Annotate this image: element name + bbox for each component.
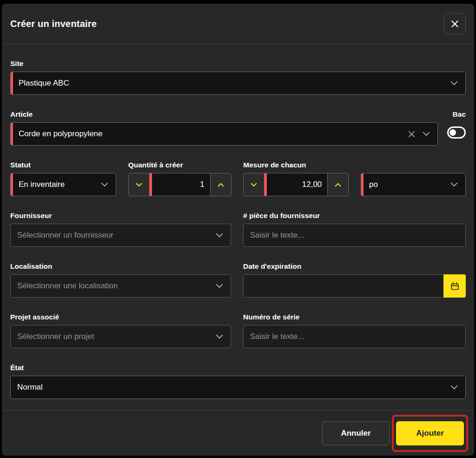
- supplier-placeholder: Sélectionner un fournisseur: [11, 231, 216, 240]
- unit-label: [361, 160, 466, 170]
- chevron-down-icon: [423, 132, 430, 136]
- required-indicator: [11, 72, 13, 94]
- condition-label: État: [10, 363, 466, 372]
- required-indicator: [11, 123, 13, 145]
- annotation-highlight: Ajouter: [392, 415, 468, 452]
- measure-stepper: [243, 173, 349, 196]
- quantity-input[interactable]: [152, 173, 211, 196]
- article-combobox[interactable]: Corde en polypropylene: [10, 122, 438, 146]
- create-inventory-dialog: Créer un inventaire Site Plastique ABC A…: [2, 4, 474, 456]
- unit-value: po: [361, 180, 450, 189]
- quantity-stepper: [128, 173, 231, 196]
- condition-select[interactable]: Normal: [10, 376, 466, 399]
- location-label: Localisation: [10, 262, 231, 271]
- bac-label: Bac: [453, 110, 466, 119]
- chevron-up-icon: [218, 183, 224, 187]
- measure-label: Mesure de chacun: [243, 160, 349, 170]
- dialog-header: Créer un inventaire: [2, 4, 474, 44]
- dialog-title: Créer un inventaire: [10, 19, 97, 29]
- site-label: Site: [10, 59, 466, 68]
- article-label: Article: [10, 110, 438, 119]
- required-indicator: [11, 173, 13, 196]
- statut-label: Statut: [10, 160, 116, 170]
- expiration-date-field: [243, 274, 466, 298]
- chevron-down-icon: [450, 182, 458, 187]
- location-select[interactable]: Sélectionner une localisation: [10, 274, 231, 298]
- serial-number-label: Numéro de série: [243, 312, 466, 322]
- unit-select[interactable]: po: [361, 173, 466, 196]
- calendar-button[interactable]: [443, 274, 466, 298]
- close-button[interactable]: [443, 13, 466, 34]
- bac-toggle[interactable]: [447, 126, 466, 139]
- project-label: Projet associé: [10, 312, 231, 322]
- project-select[interactable]: Sélectionner un projet: [10, 325, 231, 348]
- supplier-select[interactable]: Sélectionner un fournisseur: [10, 224, 231, 247]
- close-icon: [451, 20, 459, 28]
- chevron-up-icon: [335, 183, 341, 187]
- measure-input[interactable]: [267, 173, 328, 196]
- expiration-date-input[interactable]: [243, 274, 466, 298]
- decrement-button[interactable]: [129, 173, 149, 196]
- serial-number-input[interactable]: [243, 325, 466, 348]
- supplier-part-input[interactable]: [243, 224, 466, 247]
- condition-value: Normal: [11, 383, 450, 392]
- chevron-down-icon: [216, 233, 223, 238]
- location-placeholder: Sélectionner une localisation: [11, 281, 216, 291]
- statut-select[interactable]: En inventaire: [10, 173, 116, 196]
- chevron-down-icon: [450, 81, 458, 86]
- chevron-down-icon: [216, 284, 223, 288]
- increment-button[interactable]: [211, 173, 231, 196]
- chevron-down-icon: [101, 182, 108, 187]
- dialog-body: Site Plastique ABC Article Corde en poly…: [2, 44, 474, 410]
- expiration-date-label: Date d'expiration: [243, 262, 466, 271]
- cancel-button[interactable]: Annuler: [322, 421, 390, 445]
- add-button[interactable]: Ajouter: [396, 421, 464, 445]
- quantity-label: Quantité à créer: [128, 160, 231, 170]
- clear-icon[interactable]: [408, 131, 415, 138]
- chevron-down-icon: [251, 183, 257, 187]
- chevron-down-icon: [136, 183, 142, 187]
- chevron-down-icon: [216, 334, 223, 339]
- increment-button[interactable]: [328, 173, 348, 196]
- statut-value: En inventaire: [11, 180, 101, 189]
- site-value: Plastique ABC: [11, 79, 450, 88]
- project-placeholder: Sélectionner un projet: [11, 332, 216, 341]
- decrement-button[interactable]: [244, 173, 264, 196]
- required-indicator: [361, 173, 364, 196]
- dialog-footer: Annuler Ajouter: [2, 410, 474, 456]
- article-value: Corde en polypropylene: [11, 129, 408, 139]
- calendar-icon: [450, 281, 460, 291]
- site-select[interactable]: Plastique ABC: [10, 72, 466, 95]
- supplier-part-label: # pièce du fournisseur: [243, 211, 466, 220]
- chevron-down-icon: [450, 385, 458, 390]
- toggle-knob-icon: [450, 129, 456, 136]
- supplier-label: Fournisseur: [10, 211, 231, 220]
